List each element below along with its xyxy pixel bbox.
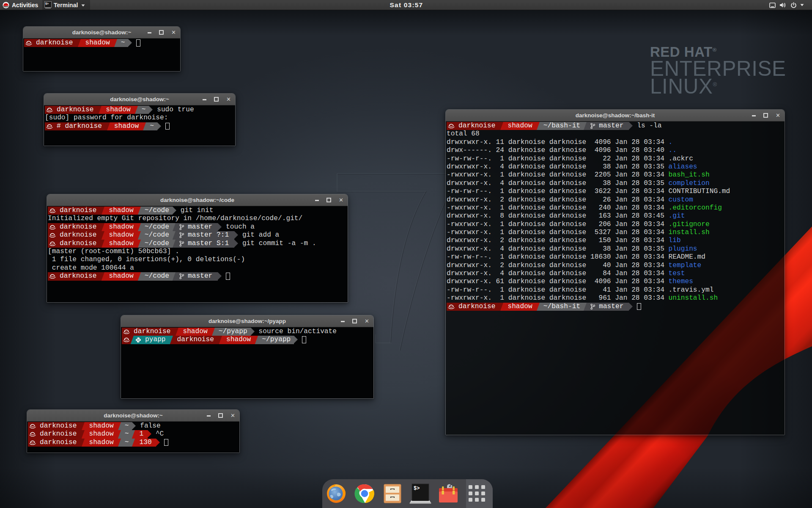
svg-text:$>: $>	[45, 3, 49, 6]
svg-text:$>: $>	[414, 486, 420, 491]
